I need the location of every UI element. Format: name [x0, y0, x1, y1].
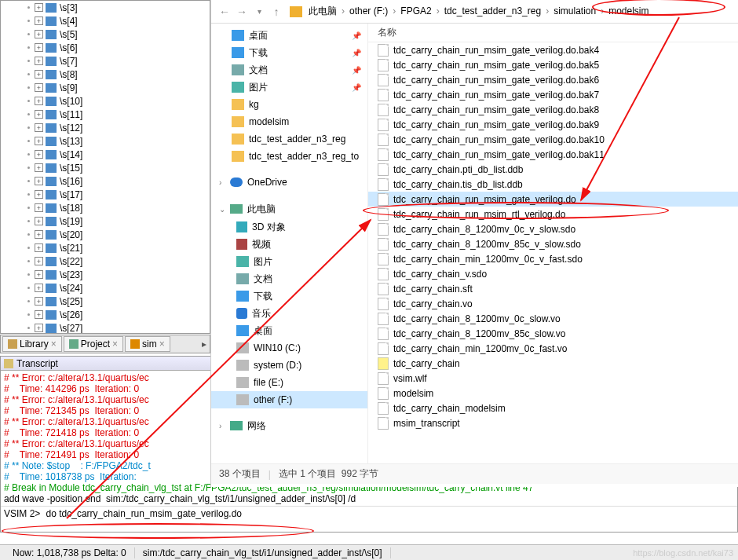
- breadcrumb-segment[interactable]: tdc_test_adder_n3_reg: [441, 5, 544, 16]
- tree-item[interactable]: +\s[8]: [1, 68, 210, 81]
- nav-item[interactable]: file (E:): [211, 374, 367, 391]
- tree-item[interactable]: +\s[25]: [1, 295, 210, 308]
- expand-icon[interactable]: +: [35, 190, 43, 199]
- file-row[interactable]: tdc_carry_chain_run_msim_gate_verilog.do: [368, 192, 738, 207]
- expand-icon[interactable]: +: [35, 110, 43, 119]
- file-row[interactable]: tdc_carry_chain_run_msim_gate_verilog.do…: [368, 72, 738, 87]
- breadcrumb-segment[interactable]: FPGA2: [397, 5, 434, 16]
- tree-item[interactable]: +\s[10]: [1, 94, 210, 108]
- file-row[interactable]: tdc_carry_chain_8_1200mv_0c_v_slow.sdo: [368, 221, 738, 236]
- expand-icon[interactable]: +: [35, 163, 43, 172]
- tree-item[interactable]: +\s[4]: [1, 14, 210, 27]
- expand-icon[interactable]: +: [35, 70, 43, 79]
- tree-item[interactable]: +\s[27]: [1, 321, 210, 334]
- file-row[interactable]: tdc_carry_chain_run_msim_gate_verilog.do…: [368, 57, 738, 72]
- file-row[interactable]: tdc_carry_chain_run_msim_gate_verilog.do…: [368, 42, 738, 57]
- tree-item[interactable]: +\s[15]: [1, 161, 210, 174]
- file-row[interactable]: tdc_carry_chain.vo: [368, 296, 738, 311]
- tree-item[interactable]: +\s[18]: [1, 201, 210, 214]
- nav-history-button[interactable]: ▾: [250, 3, 268, 20]
- tab-sim[interactable]: sim ×: [125, 336, 170, 352]
- close-icon[interactable]: ×: [51, 339, 57, 350]
- tree-item[interactable]: +\s[12]: [1, 121, 210, 134]
- file-row[interactable]: tdc_carry_chain_8_1200mv_0c_slow.vo: [368, 311, 738, 326]
- tree-item[interactable]: +\s[26]: [1, 308, 210, 321]
- nav-back-button[interactable]: ←: [216, 3, 233, 20]
- tree-item[interactable]: +\s[5]: [1, 27, 210, 41]
- breadcrumb-segment[interactable]: simulation: [550, 5, 599, 16]
- file-row[interactable]: tdc_carry_chain_run_msim_gate_verilog.do…: [368, 147, 738, 162]
- file-row[interactable]: tdc_carry_chain_modelsim: [368, 401, 738, 415]
- nav-item[interactable]: tdc_test_adder_n3_reg: [211, 130, 367, 148]
- nav-item[interactable]: 视频: [211, 236, 367, 253]
- file-row[interactable]: msim_transcript: [368, 415, 738, 430]
- nav-item[interactable]: 下载: [211, 287, 367, 305]
- expand-icon[interactable]: +: [35, 16, 43, 25]
- tree-item[interactable]: +\s[9]: [1, 81, 210, 94]
- expand-icon[interactable]: +: [35, 177, 43, 185]
- expand-icon[interactable]: +: [35, 203, 43, 212]
- expand-icon[interactable]: +: [35, 123, 43, 132]
- expand-icon[interactable]: +: [35, 43, 43, 52]
- tree-item[interactable]: +\s[7]: [1, 54, 210, 68]
- nav-item[interactable]: 图片📌: [211, 79, 367, 96]
- expand-icon[interactable]: +: [35, 324, 43, 332]
- expand-icon[interactable]: +: [35, 230, 43, 239]
- tree-item[interactable]: +\s[23]: [1, 268, 210, 281]
- nav-item[interactable]: WIN10 (C:): [211, 339, 367, 357]
- close-icon[interactable]: ×: [112, 339, 118, 350]
- tree-item[interactable]: +\s[19]: [1, 214, 210, 228]
- file-row[interactable]: tdc_carry_chain.tis_db_list.ddb: [368, 177, 738, 192]
- tree-item[interactable]: +\s[13]: [1, 134, 210, 148]
- expand-icon[interactable]: +: [35, 83, 43, 92]
- file-row[interactable]: vsim.wlf: [368, 371, 738, 386]
- tree-item[interactable]: +\s[16]: [1, 174, 210, 188]
- nav-item[interactable]: tdc_test_adder_n3_reg_to: [211, 148, 367, 165]
- nav-item[interactable]: 图片: [211, 253, 367, 270]
- file-row[interactable]: tdc_carry_chain_run_msim_gate_verilog.do…: [368, 87, 738, 102]
- column-header-name[interactable]: 名称: [368, 24, 738, 42]
- file-row[interactable]: tdc_carry_chain_min_1200mv_0c_v_fast.sdo: [368, 251, 738, 266]
- breadcrumb-segment[interactable]: other (F:): [346, 5, 391, 16]
- expand-icon[interactable]: +: [35, 270, 43, 279]
- nav-group-onedrive[interactable]: ›OneDrive: [211, 173, 367, 192]
- tree-item[interactable]: +\s[6]: [1, 41, 210, 54]
- nav-item[interactable]: 3D 对象: [211, 218, 367, 236]
- close-icon[interactable]: ×: [159, 339, 165, 350]
- breadcrumb[interactable]: 此电脑›other (F:)›FPGA2›tdc_test_adder_n3_r…: [290, 5, 652, 18]
- expand-icon[interactable]: +: [35, 310, 43, 319]
- nav-item[interactable]: 文档: [211, 270, 367, 287]
- nav-forward-button[interactable]: →: [233, 3, 250, 20]
- file-row[interactable]: tdc_carry_chain: [368, 356, 738, 371]
- tree-item[interactable]: +\s[14]: [1, 148, 210, 161]
- expand-icon[interactable]: +: [35, 297, 43, 306]
- file-list[interactable]: tdc_carry_chain_run_msim_gate_verilog.do…: [368, 42, 738, 463]
- file-row[interactable]: tdc_carry_chain_run_msim_gate_verilog.do…: [368, 132, 738, 147]
- file-row[interactable]: tdc_carry_chain_min_1200mv_0c_fast.vo: [368, 341, 738, 356]
- nav-up-button[interactable]: ↑: [268, 3, 285, 20]
- command-prompt-line[interactable]: VSIM 2> do tdc_carry_chain_run_msim_gate…: [1, 506, 737, 522]
- file-row[interactable]: tdc_carry_chain_run_msim_gate_verilog.do…: [368, 102, 738, 117]
- nav-group-network[interactable]: ›网络: [211, 416, 367, 435]
- tree-item[interactable]: +\s[21]: [1, 241, 210, 254]
- nav-item[interactable]: 文档📌: [211, 61, 367, 79]
- file-row[interactable]: modelsim: [368, 386, 738, 401]
- file-row[interactable]: tdc_carry_chain.sft: [368, 281, 738, 296]
- breadcrumb-segment[interactable]: 此电脑: [305, 5, 340, 16]
- nav-group-thispc[interactable]: ⌄此电脑: [211, 199, 367, 218]
- tree-item[interactable]: +\s[17]: [1, 188, 210, 201]
- nav-item[interactable]: kg: [211, 96, 367, 113]
- file-row[interactable]: tdc_carry_chain_8_1200mv_85c_v_slow.sdo: [368, 236, 738, 251]
- file-row[interactable]: tdc_carry_chain_v.sdo: [368, 266, 738, 281]
- tab-library[interactable]: Library ×: [2, 336, 62, 352]
- file-row[interactable]: tdc_carry_chain_run_msim_rtl_verilog.do: [368, 207, 738, 221]
- tab-project[interactable]: Project ×: [64, 336, 123, 352]
- nav-item[interactable]: 音乐: [211, 305, 367, 322]
- expand-icon[interactable]: +: [35, 284, 43, 292]
- tree-item[interactable]: +\s[20]: [1, 228, 210, 241]
- command-input[interactable]: do tdc_carry_chain_run_msim_gate_verilog…: [46, 508, 242, 519]
- file-row[interactable]: tdc_carry_chain_8_1200mv_85c_slow.vo: [368, 326, 738, 341]
- nav-item[interactable]: 下载📌: [211, 44, 367, 61]
- nav-item[interactable]: other (F:): [211, 391, 367, 408]
- tree-item[interactable]: +\s[11]: [1, 108, 210, 121]
